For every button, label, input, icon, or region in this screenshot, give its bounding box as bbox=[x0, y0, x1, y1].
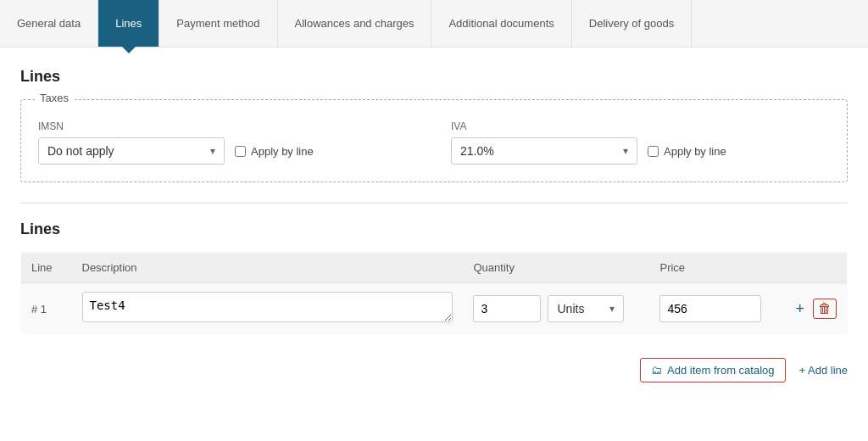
iva-select[interactable]: 21.0% ▾ bbox=[451, 137, 637, 165]
row-actions: + 🗑 bbox=[795, 299, 837, 319]
table-row: # 1 Test4 Units ▾ bbox=[21, 283, 848, 334]
tab-delivery-goods[interactable]: Delivery of goods bbox=[572, 0, 692, 47]
tab-lines-label: Lines bbox=[115, 17, 142, 30]
iva-field-label: IVA bbox=[451, 120, 830, 132]
col-quantity: Quantity bbox=[463, 253, 649, 283]
main-content: Lines Taxes IMSN Do not apply ▾ Apply by… bbox=[0, 47, 868, 396]
imsn-select[interactable]: Do not apply ▾ bbox=[38, 137, 225, 165]
tab-allowances-charges-label: Allowances and charges bbox=[295, 17, 415, 30]
lines-section: Lines Line Description Quantity Price # … bbox=[20, 220, 848, 334]
iva-chevron-icon: ▾ bbox=[623, 145, 628, 157]
imsn-chevron-icon: ▾ bbox=[210, 145, 215, 157]
delete-row-button[interactable]: 🗑 bbox=[813, 299, 837, 319]
imsn-apply-by-line-label: Apply by line bbox=[251, 145, 314, 158]
section-divider bbox=[20, 203, 848, 204]
units-select[interactable]: Units ▾ bbox=[548, 295, 624, 322]
tab-payment-method-label: Payment method bbox=[176, 17, 259, 30]
imsn-input-row: Do not apply ▾ Apply by line bbox=[38, 137, 417, 165]
iva-group: IVA 21.0% ▾ Apply by line bbox=[451, 120, 830, 165]
quantity-input[interactable] bbox=[473, 295, 541, 322]
add-line-button[interactable]: + Add line bbox=[799, 364, 848, 377]
tab-allowances-charges[interactable]: Allowances and charges bbox=[278, 0, 432, 47]
line-number: # 1 bbox=[31, 303, 47, 315]
catalog-btn-label: Add item from catalog bbox=[667, 364, 774, 377]
col-actions bbox=[785, 253, 847, 283]
tab-payment-method[interactable]: Payment method bbox=[159, 0, 277, 47]
imsn-field-label: IMSN bbox=[38, 120, 417, 132]
table-header-row: Line Description Quantity Price bbox=[21, 253, 848, 283]
catalog-icon: 🗂 bbox=[651, 364, 662, 377]
imsn-apply-by-line[interactable]: Apply by line bbox=[235, 145, 314, 158]
add-item-from-catalog-button[interactable]: 🗂 Add item from catalog bbox=[640, 358, 785, 382]
bottom-actions: 🗂 Add item from catalog + Add line bbox=[20, 348, 848, 382]
tab-lines[interactable]: Lines bbox=[98, 0, 159, 47]
tab-general-data[interactable]: General data bbox=[0, 0, 98, 47]
iva-apply-by-line-label: Apply by line bbox=[664, 145, 726, 158]
units-value: Units bbox=[557, 302, 584, 315]
quantity-cell: Units ▾ bbox=[473, 295, 639, 322]
tab-additional-documents-label: Additional documents bbox=[448, 17, 554, 30]
add-row-button[interactable]: + bbox=[795, 301, 804, 316]
imsn-group: IMSN Do not apply ▾ Apply by line bbox=[38, 120, 417, 165]
tab-delivery-goods-label: Delivery of goods bbox=[589, 17, 674, 30]
col-price: Price bbox=[649, 253, 785, 283]
price-input[interactable] bbox=[659, 295, 761, 322]
lines-section-title: Lines bbox=[20, 68, 848, 86]
lines-table: Line Description Quantity Price # 1 Test… bbox=[20, 252, 848, 334]
tab-additional-documents[interactable]: Additional documents bbox=[431, 0, 571, 47]
units-chevron-icon: ▾ bbox=[609, 303, 615, 315]
col-description: Description bbox=[72, 253, 464, 283]
imsn-apply-by-line-checkbox[interactable] bbox=[235, 146, 246, 157]
iva-value: 21.0% bbox=[460, 144, 494, 158]
iva-apply-by-line-checkbox[interactable] bbox=[648, 146, 659, 157]
taxes-row: IMSN Do not apply ▾ Apply by line IVA bbox=[38, 120, 830, 165]
iva-input-row: 21.0% ▾ Apply by line bbox=[451, 137, 830, 165]
add-line-label: + Add line bbox=[799, 364, 848, 377]
lines-subsection-title: Lines bbox=[20, 220, 848, 238]
tab-general-data-label: General data bbox=[17, 17, 81, 30]
col-line: Line bbox=[21, 253, 72, 283]
iva-apply-by-line[interactable]: Apply by line bbox=[648, 145, 726, 158]
imsn-value: Do not apply bbox=[47, 144, 114, 158]
taxes-label: Taxes bbox=[35, 92, 74, 104]
description-input[interactable]: Test4 bbox=[82, 292, 453, 322]
taxes-section: Taxes IMSN Do not apply ▾ Apply by line bbox=[20, 99, 848, 182]
top-navigation: General data Lines Payment method Allowa… bbox=[0, 0, 868, 47]
